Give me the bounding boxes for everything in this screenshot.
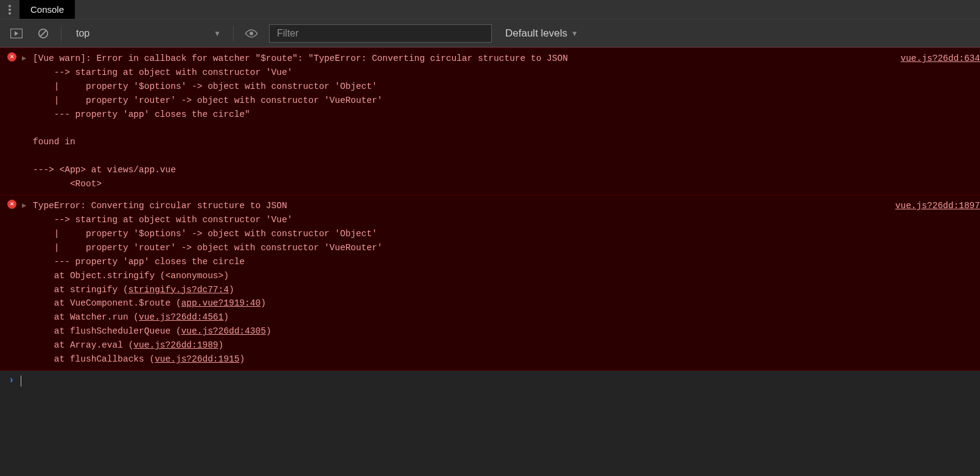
source-link[interactable]: vue.js?26dd:1897 [895, 201, 980, 211]
prompt-caret-icon: › [9, 373, 15, 388]
disclosure-triangle[interactable]: ▶ [22, 53, 26, 65]
disclosure-triangle[interactable]: ▶ [22, 200, 26, 212]
message-source: vue.js?26dd:1897 [895, 199, 980, 213]
svg-line-6 [41, 30, 46, 36]
text-cursor [21, 376, 21, 387]
stack-link[interactable]: vue.js?26dd:1989 [133, 340, 218, 350]
message-source: vue.js?26dd:634 [900, 52, 980, 66]
source-link[interactable]: vue.js?26dd:634 [900, 54, 980, 63]
svg-point-2 [9, 12, 11, 15]
stack-link[interactable]: vue.js?26dd:4305 [181, 326, 266, 336]
levels-label: Default levels [505, 27, 567, 40]
stack-link[interactable]: stringify.js?dc77:4 [128, 285, 229, 295]
clear-console-button[interactable] [34, 24, 52, 43]
clear-icon [38, 28, 49, 39]
console-messages: ✕ ▶ vue.js?26dd:634 [Vue warn]: Error in… [0, 47, 980, 371]
svg-point-0 [9, 5, 11, 7]
error-icon: ✕ [7, 200, 16, 209]
svg-marker-4 [15, 31, 18, 36]
console-prompt[interactable]: › [0, 371, 980, 391]
toolbar-separator [61, 26, 61, 41]
tab-label: Console [30, 4, 64, 15]
filter-input[interactable] [269, 24, 492, 43]
console-message: ✕ ▶ vue.js?26dd:634 [Vue warn]: Error in… [0, 47, 980, 195]
tabstrip: Console [0, 0, 980, 19]
execution-context-select[interactable]: top ▼ [70, 24, 225, 43]
svg-point-7 [250, 32, 253, 35]
live-expression-button[interactable] [242, 24, 261, 43]
svg-point-1 [9, 9, 11, 11]
stack-link[interactable]: vue.js?26dd:4561 [139, 312, 223, 322]
error-icon: ✕ [7, 52, 16, 61]
more-tabs-button[interactable] [0, 0, 19, 19]
message-body: TypeError: Converting circular structure… [33, 199, 971, 366]
tab-console[interactable]: Console [19, 0, 75, 19]
kebab-icon [9, 5, 11, 15]
stack-link[interactable]: app.vue?1919:40 [181, 298, 261, 308]
chevron-down-icon: ▼ [214, 29, 221, 38]
toggle-sidebar-button[interactable] [7, 24, 26, 43]
context-label: top [76, 28, 89, 39]
eye-icon [245, 29, 258, 38]
chevron-down-icon: ▼ [571, 29, 578, 38]
message-body: [Vue warn]: Error in callback for watche… [33, 52, 971, 191]
stack-link[interactable]: vue.js?26dd:1915 [155, 354, 239, 364]
log-levels-select[interactable]: Default levels ▼ [500, 27, 578, 40]
console-message: ✕ ▶ vue.js?26dd:1897 TypeError: Converti… [0, 195, 980, 371]
toolbar-separator [233, 26, 234, 41]
console-toolbar: top ▼ Default levels ▼ [0, 19, 980, 47]
sidebar-icon [10, 29, 23, 38]
